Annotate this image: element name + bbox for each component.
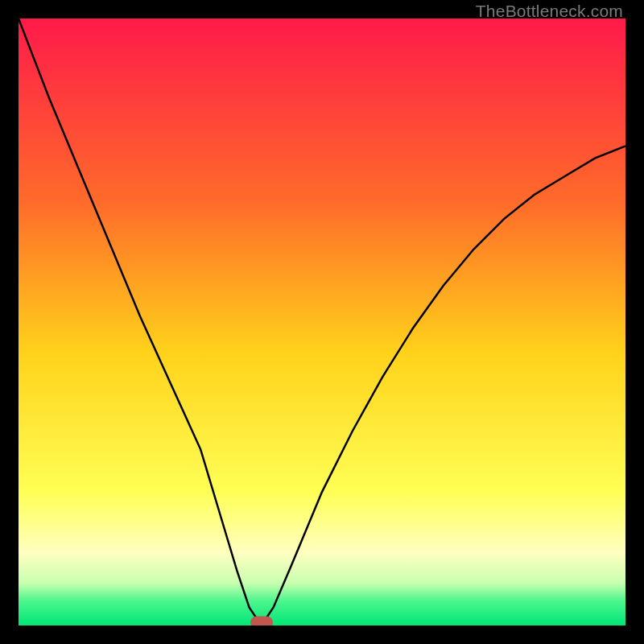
bottleneck-curve: [19, 19, 625, 625]
optimal-point-marker: [250, 617, 273, 626]
chart-area: [19, 19, 625, 625]
